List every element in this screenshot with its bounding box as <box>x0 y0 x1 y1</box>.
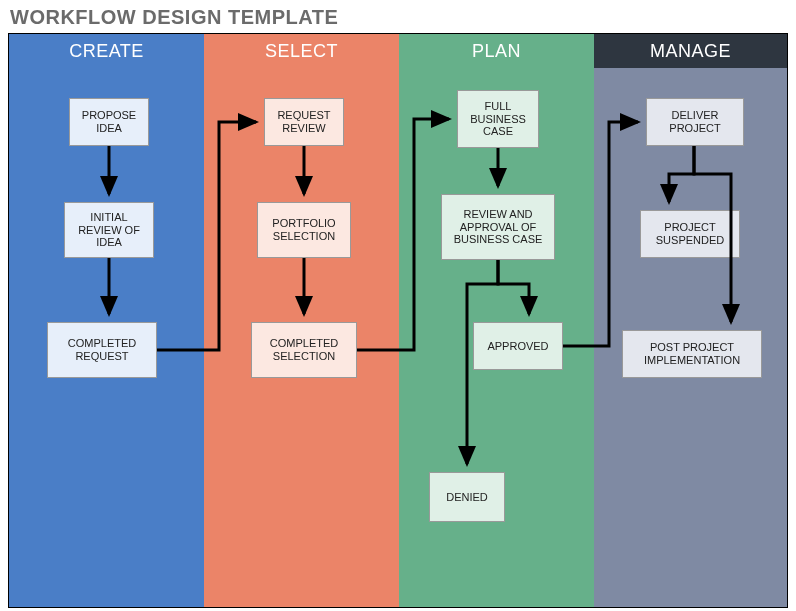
header-plan: PLAN <box>399 34 594 68</box>
column-plan: PLAN FULL BUSINESS CASE REVIEW AND APPRO… <box>399 34 594 607</box>
box-review-approval: REVIEW AND APPROVAL OF BUSINESS CASE <box>441 194 555 260</box>
box-approved: APPROVED <box>473 322 563 370</box>
box-initial-review: INITIAL REVIEW OF IDEA <box>64 202 154 258</box>
box-completed-request: COMPLETED REQUEST <box>47 322 157 378</box>
box-completed-selection: COMPLETED SELECTION <box>251 322 357 378</box>
box-request-review: REQUEST REVIEW <box>264 98 344 146</box>
workflow-template: WORKFLOW DESIGN TEMPLATE CREATE PROPOSE … <box>0 0 796 611</box>
page-title: WORKFLOW DESIGN TEMPLATE <box>10 6 788 29</box>
box-deliver-project: DELIVER PROJECT <box>646 98 744 146</box>
header-create: CREATE <box>9 34 204 68</box>
box-project-suspended: PROJECT SUSPENDED <box>640 210 740 258</box>
column-manage: MANAGE DELIVER PROJECT PROJECT SUSPENDED… <box>594 34 787 607</box>
header-manage: MANAGE <box>594 34 787 68</box>
box-denied: DENIED <box>429 472 505 522</box>
box-post-project-impl: POST PROJECT IMPLEMENTATION <box>622 330 762 378</box>
box-propose-idea: PROPOSE IDEA <box>69 98 149 146</box>
diagram-canvas: CREATE PROPOSE IDEA INITIAL REVIEW OF ID… <box>8 33 788 608</box>
column-select: SELECT REQUEST REVIEW PORTFOLIO SELECTIO… <box>204 34 399 607</box>
header-select: SELECT <box>204 34 399 68</box>
box-portfolio-selection: PORTFOLIO SELECTION <box>257 202 351 258</box>
column-create: CREATE PROPOSE IDEA INITIAL REVIEW OF ID… <box>9 34 204 607</box>
box-full-business-case: FULL BUSINESS CASE <box>457 90 539 148</box>
